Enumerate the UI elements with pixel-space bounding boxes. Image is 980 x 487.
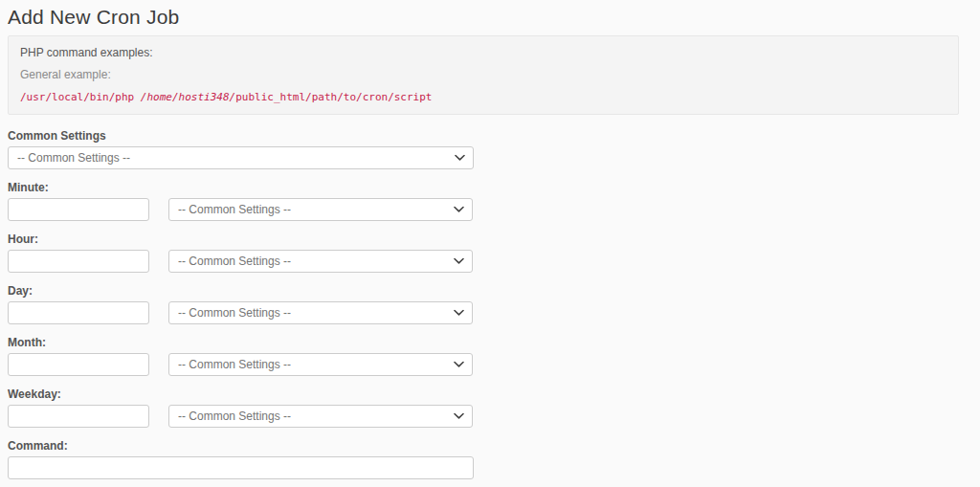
- month-preset-select[interactable]: -- Common Settings --: [168, 353, 473, 376]
- hour-label: Hour:: [8, 232, 959, 246]
- weekday-label: Weekday:: [8, 387, 959, 401]
- cron-job-page: Add New Cron Job PHP command examples: G…: [0, 0, 980, 487]
- minute-row: Minute: -- Common Settings --: [8, 181, 959, 221]
- weekday-input[interactable]: [8, 405, 149, 428]
- hour-preset-select-value: -- Common Settings --: [178, 255, 291, 268]
- php-examples-panel: PHP command examples: General example: /…: [8, 35, 959, 115]
- hour-preset-select[interactable]: -- Common Settings --: [168, 250, 473, 273]
- common-settings-select[interactable]: -- Common Settings --: [8, 146, 474, 169]
- chevron-down-icon: [454, 362, 464, 368]
- hour-row: Hour: -- Common Settings --: [8, 232, 959, 273]
- weekday-preset-select-value: -- Common Settings --: [178, 410, 291, 423]
- hour-input[interactable]: [8, 250, 149, 273]
- minute-label: Minute:: [8, 181, 959, 194]
- page-title: Add New Cron Job: [8, 6, 959, 29]
- day-input[interactable]: [8, 301, 149, 324]
- general-example-label: General example:: [20, 68, 947, 81]
- common-settings-select-value: -- Common Settings --: [17, 151, 130, 165]
- php-examples-heading: PHP command examples:: [20, 46, 947, 59]
- weekday-row: Weekday: -- Common Settings --: [8, 387, 959, 428]
- month-input[interactable]: [8, 353, 149, 376]
- minute-preset-select-value: -- Common Settings --: [178, 203, 291, 216]
- day-label: Day:: [8, 284, 959, 298]
- code-segment-home-path: /home/hosti348/: [141, 91, 235, 103]
- day-preset-select-value: -- Common Settings --: [178, 306, 291, 320]
- minute-preset-select[interactable]: -- Common Settings --: [168, 198, 473, 221]
- command-label: Command:: [8, 439, 959, 453]
- code-segment: /usr/local/bin/php: [20, 91, 141, 103]
- month-preset-select-value: -- Common Settings --: [178, 358, 291, 371]
- chevron-down-icon: [454, 207, 464, 213]
- command-input[interactable]: [8, 456, 474, 479]
- month-label: Month:: [8, 336, 959, 349]
- day-preset-select[interactable]: -- Common Settings --: [168, 301, 473, 324]
- common-settings-label: Common Settings: [8, 129, 959, 143]
- cron-command-example: /usr/local/bin/php /home/hosti348/public…: [20, 91, 947, 103]
- weekday-preset-select[interactable]: -- Common Settings --: [168, 405, 473, 428]
- minute-input[interactable]: [8, 198, 149, 221]
- month-row: Month: -- Common Settings --: [8, 336, 959, 376]
- command-row: Command:: [8, 439, 959, 479]
- chevron-down-icon: [455, 155, 465, 162]
- chevron-down-icon: [454, 258, 464, 265]
- code-segment: public_html/path/to/cron/script: [235, 91, 432, 103]
- day-row: Day: -- Common Settings --: [8, 284, 959, 324]
- chevron-down-icon: [454, 413, 464, 420]
- chevron-down-icon: [454, 310, 464, 317]
